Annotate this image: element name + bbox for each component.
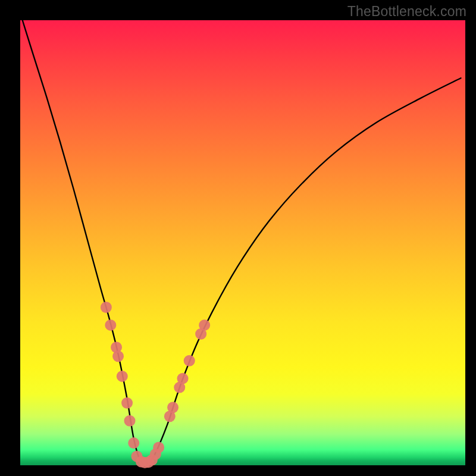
chart-container: TheBottleneck.com (0, 0, 476, 476)
curve-marker (184, 355, 195, 367)
watermark-text: TheBottleneck.com (347, 4, 466, 20)
curve-marker (117, 371, 128, 382)
curve-marker (128, 437, 139, 449)
curve-marker (153, 442, 164, 453)
chart-svg (20, 20, 465, 465)
plot-area (20, 20, 465, 465)
marker-group (101, 302, 210, 468)
bottleneck-curve (23, 20, 461, 464)
curve-marker (177, 373, 189, 384)
curve-marker (121, 397, 133, 409)
curve-marker (101, 302, 112, 313)
curve-marker (112, 350, 124, 362)
curve-marker (105, 320, 116, 331)
curve-marker (199, 320, 210, 331)
curve-marker (124, 415, 136, 427)
curve-marker (167, 402, 178, 413)
